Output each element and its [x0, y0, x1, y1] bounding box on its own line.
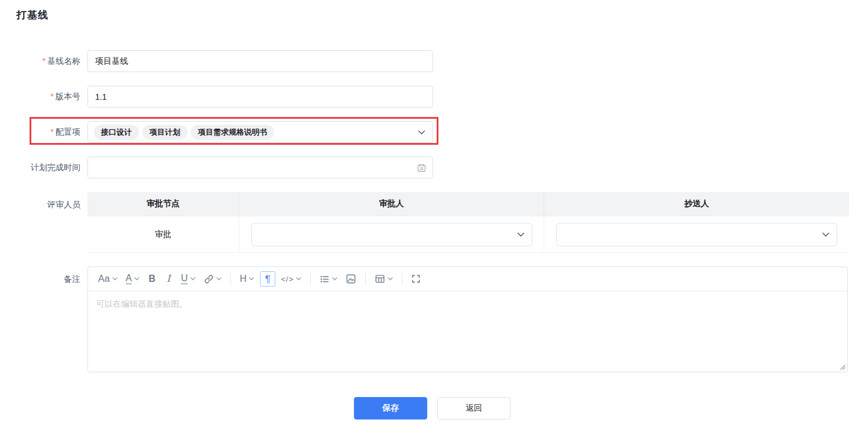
- toolbar-divider: [310, 273, 311, 285]
- chevron-down-icon: [216, 277, 222, 281]
- approval-node-cell: 审批: [87, 216, 239, 252]
- table-row: 审批: [87, 216, 849, 253]
- baseline-name-label: *基线名称: [17, 50, 87, 72]
- calendar-icon: [417, 162, 427, 173]
- table-icon: [375, 274, 385, 284]
- reviewers-table-header: 审批节点 审批人 抄送人: [87, 192, 849, 216]
- baseline-name-input[interactable]: [87, 50, 433, 72]
- cc-select[interactable]: [556, 223, 837, 246]
- config-item-tag[interactable]: 接口设计: [94, 125, 139, 140]
- image-button[interactable]: [343, 271, 359, 287]
- reviewers-label: 评审人员: [17, 192, 87, 253]
- chevron-down-icon: [388, 277, 393, 281]
- save-button[interactable]: 保存: [354, 397, 427, 420]
- field-row-reviewers: 评审人员 审批节点 审批人 抄送人 审批: [17, 192, 868, 253]
- toolbar-divider: [402, 273, 402, 285]
- chevron-down-icon: [249, 277, 254, 281]
- resize-handle[interactable]: [839, 363, 846, 370]
- field-row-baseline-name: *基线名称: [17, 50, 868, 72]
- remark-label: 备注: [17, 266, 87, 372]
- field-row-config-items: *配置项 接口设计 项目计划 项目需求规格说明书: [17, 121, 868, 143]
- link-button[interactable]: [201, 271, 224, 287]
- editor-toolbar: Aa A B I U: [88, 267, 847, 291]
- plan-finish-time-input[interactable]: [87, 157, 433, 178]
- required-marker: *: [51, 127, 54, 136]
- approver-cell: [239, 216, 544, 252]
- chevron-down-icon: [332, 277, 337, 281]
- chevron-down-icon: [112, 277, 118, 281]
- toolbar-divider: [365, 273, 366, 285]
- list-button[interactable]: [317, 271, 340, 287]
- version-label: *版本号: [17, 86, 87, 108]
- field-row-version: *版本号: [17, 86, 868, 108]
- list-icon: [320, 274, 330, 284]
- form-actions: 保存 返回: [17, 397, 848, 420]
- chevron-down-icon: [296, 277, 301, 281]
- config-item-tag[interactable]: 项目计划: [142, 125, 187, 140]
- chevron-down-icon: [134, 277, 139, 281]
- image-icon: [346, 274, 356, 284]
- table-button[interactable]: [372, 271, 395, 287]
- required-marker: *: [43, 56, 45, 66]
- version-input[interactable]: [87, 86, 433, 108]
- column-header-approver: 审批人: [239, 192, 544, 216]
- font-color-button[interactable]: A: [123, 271, 142, 287]
- baseline-form-page: 打基线 *基线名称 *版本号 *配置项 接口设计 项目计划 项目需求规格说明书: [0, 0, 868, 439]
- heading-button[interactable]: H: [238, 271, 257, 287]
- approver-select[interactable]: [251, 223, 532, 246]
- chevron-down-icon: [517, 232, 525, 237]
- code-button[interactable]: </>: [279, 271, 304, 287]
- paragraph-button[interactable]: ¶: [260, 271, 275, 287]
- field-row-remark: 备注 Aa A B I: [17, 266, 868, 372]
- bold-button[interactable]: B: [145, 271, 158, 287]
- editor-placeholder: 可以在编辑器直接贴图。: [96, 299, 839, 310]
- config-items-label: *配置项: [17, 121, 87, 143]
- required-marker: *: [51, 92, 54, 101]
- column-header-cc: 抄送人: [544, 192, 849, 216]
- plan-finish-time-label: 计划完成时间: [17, 157, 87, 178]
- editor-content-area[interactable]: 可以在编辑器直接贴图。: [88, 291, 847, 372]
- reviewers-table: 审批节点 审批人 抄送人 审批: [87, 192, 849, 253]
- plan-finish-time-datepicker[interactable]: [87, 157, 433, 178]
- chevron-down-icon: [418, 130, 425, 135]
- toolbar-divider: [230, 273, 231, 285]
- baseline-form: *基线名称 *版本号 *配置项 接口设计 项目计划 项目需求规格说明书 计划完成…: [17, 50, 868, 372]
- font-size-button[interactable]: Aa: [96, 271, 120, 287]
- underline-button[interactable]: U: [178, 271, 198, 287]
- config-items-multiselect[interactable]: 接口设计 项目计划 项目需求规格说明书: [87, 121, 433, 143]
- back-button[interactable]: 返回: [437, 397, 511, 420]
- chevron-down-icon: [822, 232, 830, 237]
- column-header-approval-node: 审批节点: [87, 192, 239, 216]
- page-title: 打基线: [17, 8, 868, 22]
- fullscreen-button[interactable]: [409, 271, 423, 287]
- cc-cell: [544, 216, 849, 252]
- italic-button[interactable]: I: [162, 271, 175, 287]
- link-icon: [204, 274, 214, 284]
- field-row-plan-finish-time: 计划完成时间: [17, 157, 868, 178]
- chevron-down-icon: [190, 277, 196, 281]
- rich-text-editor: Aa A B I U: [87, 266, 848, 372]
- fullscreen-icon: [411, 274, 421, 284]
- config-item-tag[interactable]: 项目需求规格说明书: [191, 125, 274, 140]
